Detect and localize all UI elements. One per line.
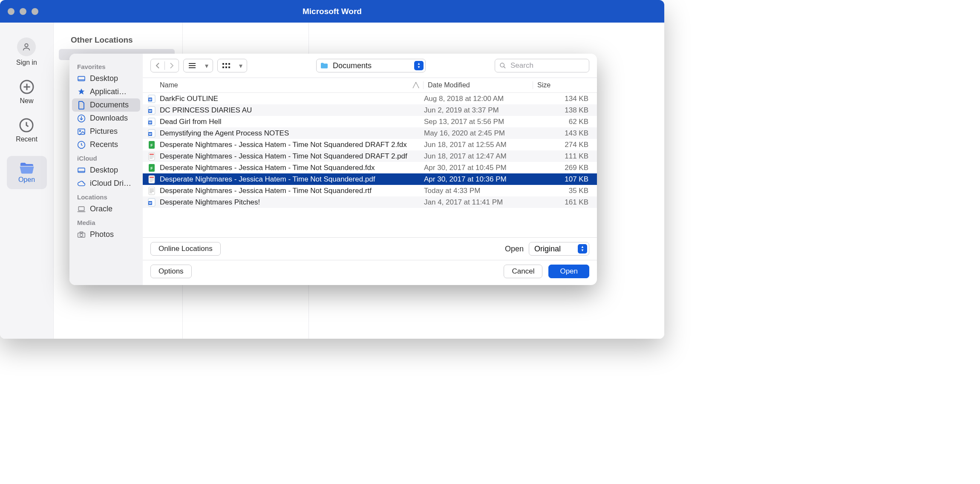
recent-label: Recent xyxy=(16,135,37,143)
file-size: 35 KB xyxy=(529,187,597,195)
file-name: Dead Girl from Hell xyxy=(160,118,222,126)
sidebar-item-pictures[interactable]: Pictures xyxy=(72,125,140,138)
close-window-button[interactable] xyxy=(8,8,14,15)
svg-rect-25 xyxy=(222,66,224,68)
word-file-icon: W xyxy=(148,129,156,138)
search-field[interactable] xyxy=(495,59,589,72)
file-row[interactable]: WDead Girl from HellSep 13, 2017 at 5:56… xyxy=(143,116,597,127)
column-date-label: Date Modified xyxy=(428,81,470,89)
options-button[interactable]: Options xyxy=(150,265,192,278)
sidebar-item-icloud-dri-[interactable]: iCloud Dri… xyxy=(72,177,140,190)
sidebar-item-oracle[interactable]: Oracle xyxy=(72,202,140,216)
file-row[interactable]: Desperate Nightmares - Jessica Hatem - T… xyxy=(143,185,597,196)
window-title: Microsoft Word xyxy=(0,7,664,16)
svg-rect-59 xyxy=(150,191,154,192)
new-button[interactable]: New xyxy=(19,79,35,105)
file-name: Desperate Nightmares Pitches! xyxy=(160,198,260,207)
svg-rect-45 xyxy=(150,154,154,155)
open-button[interactable]: Open xyxy=(7,156,47,189)
word-file-icon: W xyxy=(148,198,156,207)
file-row[interactable]: FDesperate Nightmares - Jessica Hatem - … xyxy=(143,162,597,173)
browser-toolbar: ▾ ▾ Documents xyxy=(143,54,597,78)
camera-icon xyxy=(77,230,86,239)
file-size: 107 KB xyxy=(529,175,597,184)
sidebar-item-recents[interactable]: Recents xyxy=(72,138,140,151)
svg-text:W: W xyxy=(149,202,152,205)
laptop-icon xyxy=(77,205,86,213)
sidebar-item-label: iCloud Dri… xyxy=(90,179,131,188)
svg-rect-51 xyxy=(149,176,155,183)
plus-circle-icon xyxy=(19,79,35,95)
file-name: Desperate Nightmares - Jessica Hatem - T… xyxy=(160,164,375,172)
file-date: Aug 8, 2018 at 12:00 AM xyxy=(420,95,529,103)
column-name[interactable]: Name ╱╲ xyxy=(143,81,423,89)
file-size: 161 KB xyxy=(529,198,597,207)
file-date: Apr 30, 2017 at 10:36 PM xyxy=(420,175,529,184)
svg-rect-54 xyxy=(150,180,154,180)
file-row[interactable]: Desperate Nightmares - Jessica Hatem - T… xyxy=(143,150,597,162)
sidebar-item-documents[interactable]: Documents xyxy=(72,98,140,112)
svg-rect-60 xyxy=(150,193,152,193)
location-stepper-icon: ▲▼ xyxy=(414,61,424,70)
file-row[interactable]: WDC PRINCESS DIARIES AUJun 2, 2019 at 3:… xyxy=(143,104,597,116)
svg-rect-22 xyxy=(222,63,224,65)
open-confirm-button[interactable]: Open xyxy=(548,265,589,278)
column-size[interactable]: Size xyxy=(533,81,597,89)
file-row[interactable]: WDemystifying the Agent Process NOTESMay… xyxy=(143,127,597,139)
options-row: Online Locations Open Original ▲▼ xyxy=(143,237,597,260)
sidebar-item-photos[interactable]: Photos xyxy=(72,228,140,241)
sidebar-item-desktop[interactable]: Desktop xyxy=(72,164,140,177)
sidebar-item-downloads[interactable]: Downloads xyxy=(72,112,140,125)
minimize-window-button[interactable] xyxy=(20,8,26,15)
sidebar-item-applicati-[interactable]: Applicati… xyxy=(72,85,140,98)
file-row[interactable]: Desperate Nightmares - Jessica Hatem - T… xyxy=(143,173,597,185)
svg-rect-47 xyxy=(150,157,154,157)
sidebar-item-label: Oracle xyxy=(90,205,112,213)
recent-button[interactable]: Recent xyxy=(16,118,37,143)
sidebar-item-desktop[interactable]: Desktop xyxy=(72,72,140,85)
chevron-down-icon: ▾ xyxy=(201,59,213,72)
pdf-file-icon xyxy=(148,152,156,161)
open-mode-value: Original xyxy=(534,245,561,254)
file-list[interactable]: WDarkFic OUTLINEAug 8, 2018 at 12:00 AM1… xyxy=(143,93,597,237)
sidebar-item-label: Documents xyxy=(90,101,129,109)
chevron-down-icon: ▾ xyxy=(235,59,247,72)
file-row[interactable]: FDesperate Nightmares - Jessica Hatem - … xyxy=(143,139,597,150)
sort-asc-icon: ╱╲ xyxy=(413,82,423,88)
file-size: 269 KB xyxy=(529,164,597,172)
svg-rect-46 xyxy=(150,156,154,156)
file-name: Desperate Nightmares - Jessica Hatem - T… xyxy=(160,141,407,149)
back-button[interactable] xyxy=(151,59,164,72)
location-picker[interactable]: Documents ▲▼ xyxy=(316,59,426,72)
forward-button[interactable] xyxy=(165,59,179,72)
apps-icon xyxy=(77,88,86,96)
online-locations-button[interactable]: Online Locations xyxy=(150,242,221,256)
group-mode[interactable]: ▾ xyxy=(217,59,247,72)
start-sidebar: Sign in New Recent Open xyxy=(0,23,53,339)
file-date: Jun 18, 2017 at 12:55 AM xyxy=(420,141,529,149)
file-row[interactable]: WDarkFic OUTLINEAug 8, 2018 at 12:00 AM1… xyxy=(143,93,597,104)
column-date[interactable]: Date Modified xyxy=(423,81,533,89)
view-mode-list[interactable]: ▾ xyxy=(183,59,213,72)
cancel-button[interactable]: Cancel xyxy=(504,265,542,278)
word-file-icon: W xyxy=(148,95,156,103)
file-date: Today at 4:33 PM xyxy=(420,187,529,195)
icloud-heading: iCloud xyxy=(69,151,143,164)
zoom-window-button[interactable] xyxy=(32,8,38,15)
svg-rect-27 xyxy=(228,66,230,68)
svg-rect-12 xyxy=(78,168,85,172)
word-file-icon: W xyxy=(148,106,156,115)
svg-point-17 xyxy=(80,233,83,236)
pdf-file-icon xyxy=(148,175,156,184)
svg-rect-48 xyxy=(150,158,153,158)
open-mode-select[interactable]: Original ▲▼ xyxy=(529,242,589,256)
person-icon xyxy=(17,37,36,56)
sidebar-item-label: Recents xyxy=(90,140,118,149)
sign-in-button[interactable]: Sign in xyxy=(16,37,37,66)
file-size: 134 KB xyxy=(529,95,597,103)
search-icon xyxy=(499,62,506,69)
file-row[interactable]: WDesperate Nightmares Pitches!Jan 4, 201… xyxy=(143,196,597,208)
search-input[interactable] xyxy=(510,61,585,70)
desktop-icon xyxy=(77,166,86,175)
svg-text:F: F xyxy=(150,166,153,170)
